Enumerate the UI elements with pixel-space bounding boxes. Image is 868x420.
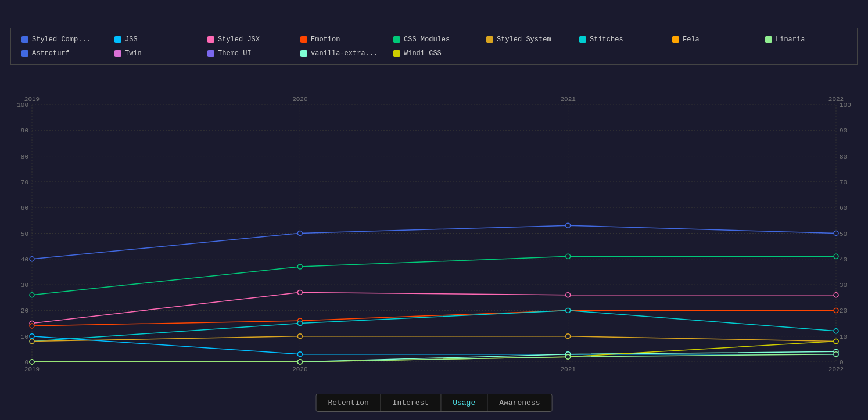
svg-point-81 (30, 360, 34, 364)
svg-point-80 (834, 339, 838, 344)
svg-text:80: 80 (840, 153, 847, 160)
svg-text:30: 30 (21, 282, 28, 289)
svg-text:2022: 2022 (828, 96, 844, 103)
svg-text:2020: 2020 (292, 366, 307, 373)
tab-interest[interactable]: Interest (381, 394, 441, 411)
svg-text:90: 90 (840, 127, 847, 134)
svg-text:0: 0 (840, 359, 844, 366)
legend-item: Theme UI (205, 48, 298, 59)
svg-text:50: 50 (21, 231, 28, 238)
legend-item: CSS Modules (391, 34, 484, 45)
svg-point-55 (566, 293, 571, 297)
svg-text:2019: 2019 (24, 96, 40, 103)
svg-point-82 (297, 360, 302, 364)
svg-point-47 (566, 223, 571, 228)
tab-usage[interactable]: Usage (441, 394, 487, 411)
chart-area: 0010102020303040405050606070708080909010… (0, 93, 868, 385)
svg-point-83 (566, 354, 571, 359)
svg-text:2019: 2019 (24, 366, 40, 373)
legend-item: Twin (112, 48, 205, 59)
legend-item: JSS (112, 34, 205, 45)
svg-text:70: 70 (21, 179, 28, 186)
legend-item: Emotion (298, 34, 391, 45)
svg-point-69 (30, 334, 34, 339)
svg-text:40: 40 (840, 256, 847, 263)
svg-point-54 (297, 290, 302, 295)
legend-item: vanilla-extra... (298, 48, 391, 59)
svg-text:20: 20 (21, 307, 28, 314)
tab-awareness[interactable]: Awareness (487, 394, 551, 411)
legend-item: Windi CSS (391, 48, 484, 59)
bottom-tabs: RetentionInterestUsageAwareness (316, 394, 553, 412)
svg-point-45 (30, 257, 34, 261)
svg-point-63 (566, 308, 571, 313)
legend-item: Stitches (577, 34, 670, 45)
tab-retention[interactable]: Retention (317, 394, 381, 411)
svg-point-84 (834, 352, 838, 357)
legend-item: Linaria (763, 34, 856, 45)
svg-point-48 (834, 231, 838, 236)
legend-item: Styled Comp... (19, 34, 112, 45)
svg-text:20: 20 (840, 307, 847, 314)
svg-point-60 (834, 308, 838, 313)
svg-text:2020: 2020 (292, 96, 307, 103)
legend-item: Styled JSX (205, 34, 298, 45)
legend-item: Fela (670, 34, 763, 45)
svg-point-65 (30, 339, 34, 344)
svg-text:2021: 2021 (560, 96, 576, 103)
legend-item: Astroturf (19, 48, 112, 59)
svg-text:10: 10 (840, 333, 847, 340)
legend-row-2: AstroturfTwinTheme UIvanilla-extra...Win… (19, 48, 849, 59)
svg-text:10: 10 (21, 333, 28, 340)
svg-text:60: 60 (21, 204, 28, 211)
svg-text:60: 60 (840, 204, 847, 211)
svg-point-51 (566, 254, 571, 259)
legend-item: Styled System (484, 34, 577, 45)
svg-point-62 (297, 321, 302, 326)
svg-point-56 (834, 293, 838, 297)
svg-text:40: 40 (21, 256, 28, 263)
svg-point-49 (30, 293, 34, 297)
svg-point-57 (30, 324, 34, 328)
svg-text:30: 30 (840, 282, 847, 289)
svg-point-64 (834, 329, 838, 333)
legend-row-1: Styled Comp...JSSStyled JSXEmotionCSS Mo… (19, 34, 849, 45)
legend-box: Styled Comp...JSSStyled JSXEmotionCSS Mo… (10, 28, 858, 65)
svg-text:0: 0 (24, 359, 28, 366)
svg-point-67 (566, 334, 571, 339)
svg-point-46 (297, 231, 302, 236)
svg-point-52 (834, 254, 838, 259)
svg-text:2022: 2022 (828, 366, 844, 373)
svg-point-66 (297, 334, 302, 339)
svg-point-70 (297, 352, 302, 357)
svg-text:90: 90 (21, 127, 28, 134)
svg-text:2021: 2021 (560, 366, 576, 373)
svg-text:50: 50 (840, 231, 847, 238)
svg-point-50 (297, 264, 302, 269)
svg-text:70: 70 (840, 179, 847, 186)
svg-text:80: 80 (21, 153, 28, 160)
